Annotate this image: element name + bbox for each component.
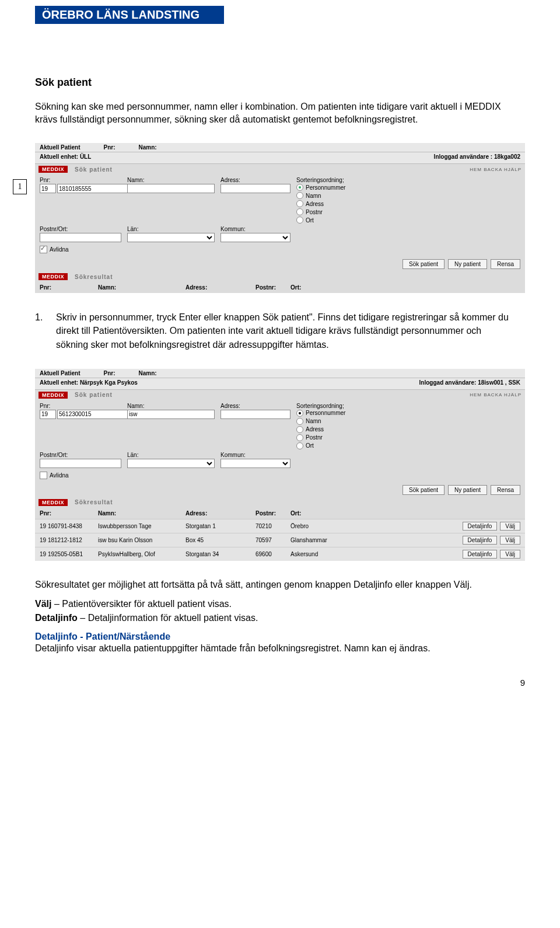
shot1-form: Pnr: Namn: Adress: Sorteringsordning; bbox=[35, 175, 525, 257]
screenshot-1: 1 Aktuell Patient Pnr: Namn: Aktuell enh… bbox=[35, 143, 525, 293]
shot1-row1: Aktuell Patient Pnr: Namn: bbox=[35, 143, 525, 152]
shot2-buttons: Sök patient Ny patient Rensa bbox=[35, 483, 525, 497]
rh2-pst: Postnr: bbox=[256, 510, 290, 517]
shot2-form: Pnr: Namn: Adress: Sorteringsordning; bbox=[35, 400, 525, 483]
valj-button[interactable]: Välj bbox=[500, 536, 520, 545]
rc-pst: 69600 bbox=[256, 551, 290, 557]
rh2-pnr: Pnr: bbox=[40, 510, 98, 517]
adress-input-2[interactable] bbox=[220, 410, 290, 419]
rh-pst: Postnr: bbox=[256, 284, 290, 291]
org-header: ÖREBRO LÄNS LANDSTING bbox=[35, 6, 224, 24]
rh2-adr: Adress: bbox=[186, 510, 256, 517]
rh2-ort: Ort: bbox=[290, 510, 349, 517]
valj-term: Välj bbox=[35, 599, 51, 609]
adress-input[interactable] bbox=[220, 184, 290, 193]
pnr-prefix-input[interactable] bbox=[40, 184, 56, 193]
kommun-select-2[interactable] bbox=[220, 459, 290, 468]
valj-button[interactable]: Välj bbox=[500, 522, 520, 531]
sortopt-2: Adress bbox=[306, 201, 324, 207]
pnr-prefix-input-2[interactable] bbox=[40, 410, 56, 419]
radio-ort[interactable] bbox=[296, 217, 303, 224]
sortopt-1: Namn bbox=[306, 193, 321, 199]
para-detaljinfo-desc: Detaljinfo visar aktuella patientuppgift… bbox=[35, 642, 525, 655]
namn-input[interactable] bbox=[127, 184, 215, 193]
callout-1: 1 bbox=[13, 179, 27, 194]
kommun-label: Kommun: bbox=[220, 226, 290, 232]
postnr-input[interactable] bbox=[40, 233, 121, 242]
radio-postnr-2[interactable] bbox=[296, 434, 303, 441]
pnr-label-2: Pnr: bbox=[40, 403, 121, 409]
aktuell-patient-label: Aktuell Patient bbox=[40, 144, 80, 151]
shot2-row1: Aktuell Patient Pnr: Namn: bbox=[35, 369, 525, 378]
nav-links[interactable]: HEM BACKA HJÄLP bbox=[470, 167, 522, 172]
pnr-input-2[interactable] bbox=[57, 410, 135, 419]
subheading-detaljinfo-narstaende: Detaljinfo - Patient/Närstående bbox=[35, 632, 525, 642]
adress-label-2: Adress: bbox=[220, 403, 290, 409]
adress-label: Adress: bbox=[220, 177, 290, 183]
pnr-input[interactable] bbox=[57, 184, 135, 193]
radio-adress-2[interactable] bbox=[296, 426, 303, 433]
shot2-result-head: Pnr: Namn: Adress: Postnr: Ort: bbox=[35, 508, 525, 519]
rc-ort: Glanshammar bbox=[290, 537, 463, 543]
namn-label: Namn: bbox=[127, 177, 215, 183]
para-detaljinfo: Detaljinfo – Detaljinformation för aktue… bbox=[35, 612, 525, 625]
radio-ort-2[interactable] bbox=[296, 442, 303, 449]
detaljinfo-button[interactable]: Detaljinfo bbox=[463, 550, 498, 559]
postnr-input-2[interactable] bbox=[40, 459, 121, 468]
radio-namn[interactable] bbox=[296, 192, 303, 199]
valj-desc: – Patientöversikter för aktuell patient … bbox=[51, 599, 232, 609]
detaljinfo-button[interactable]: Detaljinfo bbox=[463, 536, 498, 545]
valj-button[interactable]: Välj bbox=[500, 550, 520, 559]
namn-label-2: Namn: bbox=[127, 403, 215, 409]
rh2-namn: Namn: bbox=[98, 510, 186, 517]
lan-select-2[interactable] bbox=[127, 459, 215, 468]
kommun-select[interactable] bbox=[220, 233, 290, 242]
radio-personnummer-2[interactable] bbox=[296, 410, 303, 417]
shot2-searchbar: MEDDIX Sök patient HEM BACKA HJÄLP bbox=[35, 390, 525, 400]
lan-select[interactable] bbox=[127, 233, 215, 242]
radio-postnr[interactable] bbox=[296, 208, 303, 215]
rc-adr: Storgatan 1 bbox=[186, 523, 256, 529]
postnr-label-2: Postnr/Ort: bbox=[40, 452, 121, 458]
sok-patient-title: Sök patient bbox=[75, 166, 113, 173]
step-1: 1. Skriv in personnummer, tryck Enter el… bbox=[35, 311, 525, 351]
rc-pnr: 19 181212-1812 bbox=[40, 537, 98, 543]
detaljinfo-desc: – Detaljinformation för aktuell patient … bbox=[78, 613, 258, 623]
shot1-resultbar: MEDDIX Sökresultat bbox=[35, 271, 525, 282]
sortopt2-2: Adress bbox=[306, 426, 324, 432]
sortopt2-1: Namn bbox=[306, 418, 321, 424]
detaljinfo-button[interactable]: Detaljinfo bbox=[463, 522, 498, 531]
nav-links-2[interactable]: HEM BACKA HJÄLP bbox=[470, 392, 522, 397]
sok-patient-button[interactable]: Sök patient bbox=[402, 259, 444, 269]
sortopt-4: Ort bbox=[306, 217, 314, 224]
radio-personnummer[interactable] bbox=[296, 184, 303, 191]
ny-patient-button-2[interactable]: Ny patient bbox=[448, 485, 487, 495]
rensa-button-2[interactable]: Rensa bbox=[491, 485, 520, 495]
pnr-label: Pnr: bbox=[40, 177, 121, 183]
rc-ort: Askersund bbox=[290, 551, 463, 557]
namn-input-2[interactable] bbox=[127, 410, 215, 419]
sok-patient-button-2[interactable]: Sök patient bbox=[402, 485, 444, 495]
namn-hdr-label: Namn: bbox=[138, 144, 156, 151]
page-heading: Sök patient bbox=[35, 76, 525, 89]
rc-namn: isw bsu Karin Olsson bbox=[98, 537, 186, 543]
inloggad-label: Inloggad användare : 18kga002 bbox=[434, 153, 520, 160]
table-row: 19 192505-05B1 PsykIswHallberg, Olof Sto… bbox=[35, 547, 525, 561]
radio-adress[interactable] bbox=[296, 200, 303, 207]
ny-patient-button[interactable]: Ny patient bbox=[448, 259, 487, 269]
shot2-row2: Aktuell enhet: Närpsyk Kga Psykos Inlogg… bbox=[35, 378, 525, 390]
radio-namn-2[interactable] bbox=[296, 418, 303, 425]
avlidna-checkbox-2[interactable] bbox=[40, 472, 47, 479]
aktuell-patient-label-2: Aktuell Patient bbox=[40, 370, 80, 376]
sokresultat-title-2: Sökresultat bbox=[75, 499, 113, 505]
postnr-label: Postnr/Ort: bbox=[40, 226, 121, 232]
lan-label: Län: bbox=[127, 226, 215, 232]
pnr-hdr-label: Pnr: bbox=[103, 144, 115, 151]
namn-hdr-label-2: Namn: bbox=[138, 370, 156, 376]
rc-adr: Box 45 bbox=[186, 537, 256, 543]
para-valj: Välj – Patientöversikter för aktuell pat… bbox=[35, 598, 525, 610]
rensa-button[interactable]: Rensa bbox=[491, 259, 520, 269]
sort-label-2: Sorteringsordning; bbox=[296, 403, 520, 409]
avlidna-checkbox[interactable] bbox=[40, 246, 47, 253]
rc-namn: Iswubbpersson Tage bbox=[98, 523, 186, 529]
